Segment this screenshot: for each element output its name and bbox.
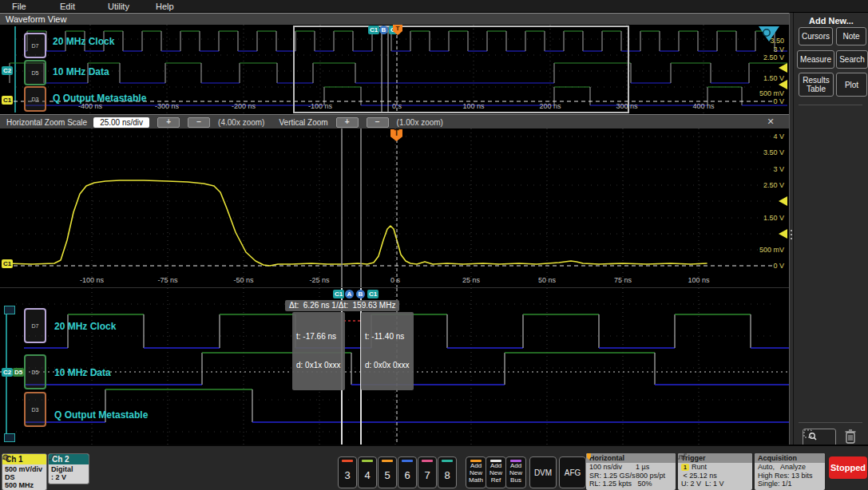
channel-8-label: 8 bbox=[444, 462, 450, 488]
h-zoom-factor: (4.00x zoom) bbox=[218, 118, 264, 127]
cursor-badge-c1-left[interactable]: C1 bbox=[333, 290, 344, 298]
overview-x-tick: 300 ns bbox=[616, 102, 637, 110]
cursor-badge-a[interactable]: A bbox=[345, 290, 354, 298]
add-new-ref-button[interactable]: Add New Ref bbox=[486, 456, 506, 488]
channel-5-button[interactable]: 5 bbox=[378, 456, 397, 488]
overview-label-clock: 20 MHz Clock bbox=[53, 36, 114, 47]
ch2-mode: Digital bbox=[51, 465, 86, 473]
overview-x-tick: -100 ns bbox=[308, 102, 332, 110]
digital-d5-badge[interactable]: D5 bbox=[13, 368, 24, 377]
channel-6-button[interactable]: 6 bbox=[398, 456, 417, 488]
c1-channel-badge[interactable]: C1 bbox=[2, 96, 13, 105]
digital-zoom-plot[interactable]: D7 D5 D3 20 MHz Clock 10 MHz Data Q Outp… bbox=[0, 287, 789, 445]
digital-group-grip-bottom[interactable] bbox=[4, 433, 15, 442]
v-zoom-minus-button[interactable]: − bbox=[367, 117, 389, 128]
add-new-bus-button[interactable]: Add New Bus bbox=[505, 456, 526, 488]
channel-4-label: 4 bbox=[364, 462, 370, 488]
cursor-b-time: t: -11.40 ns bbox=[365, 332, 410, 342]
trigger-position-icon bbox=[586, 453, 592, 460]
cursor-badge-b[interactable]: B bbox=[356, 290, 365, 298]
main-y-label: 3 V bbox=[749, 165, 784, 173]
d5-channel-badge-zoom[interactable]: D5 bbox=[24, 354, 46, 389]
channel-8-button[interactable]: 8 bbox=[438, 456, 457, 488]
afg-button[interactable]: AFG bbox=[559, 456, 586, 488]
d3-channel-badge[interactable]: D3 bbox=[24, 86, 46, 112]
channel-4-button[interactable]: 4 bbox=[358, 456, 377, 488]
d3-channel-badge-zoom[interactable]: D3 bbox=[24, 392, 46, 427]
h-zoom-scale-label: Horizontal Zoom Scale bbox=[6, 118, 87, 127]
cursor-badge-c1-right[interactable]: C1 bbox=[367, 290, 379, 298]
note-button[interactable]: Note bbox=[836, 27, 866, 45]
main-x-tick: 75 ns bbox=[614, 276, 632, 284]
cursor-a-time: t: -17.66 ns bbox=[296, 332, 341, 342]
zoom-toolbar: Horizontal Zoom Scale 25.00 ns/div + − (… bbox=[0, 114, 789, 130]
acquisition-panel[interactable]: Acquisition Auto, Analyze High Res: 13 b… bbox=[755, 453, 825, 490]
add-math-l3: Math bbox=[469, 476, 483, 484]
d5-channel-badge[interactable]: D5 bbox=[24, 60, 46, 85]
waveform-view-tab[interactable]: Waveform View bbox=[0, 13, 795, 26]
trigger-panel[interactable]: Trigger 1Runt < 25.12 ns U: 2 V L: 1 V bbox=[678, 453, 752, 490]
main-zoom-plot[interactable]: T C1 4 V3.50 V3 V2.50 V1.50 V500 mV0 V -… bbox=[0, 128, 789, 287]
runt-icon bbox=[678, 453, 687, 460]
v-zoom-plus-button[interactable]: + bbox=[336, 117, 359, 128]
overview-plot[interactable]: D7 D5 D3 20 MHz Clock 10 MHz Data Q Outp… bbox=[0, 25, 789, 114]
main-c1-channel-badge[interactable]: C1 bbox=[2, 259, 13, 268]
overview-label-data: 10 MHz Data bbox=[53, 66, 109, 77]
menu-utility[interactable]: Utility bbox=[108, 2, 144, 11]
h-zoom-plus-button[interactable]: + bbox=[157, 117, 180, 128]
main-x-tick: -75 ns bbox=[157, 276, 177, 284]
main-y-label: 4 V bbox=[749, 132, 784, 140]
acq-resolution: High Res: 13 bits bbox=[755, 472, 825, 480]
overview-cursor-c1-badge[interactable]: C1 bbox=[368, 26, 379, 34]
h-resolution: 800 ps/pt bbox=[636, 472, 665, 480]
d7-channel-badge[interactable]: D7 bbox=[24, 33, 46, 58]
cursor-b-data: d: 0x0x 0xxx bbox=[365, 361, 410, 370]
v-zoom-label: Vertical Zoom bbox=[279, 118, 327, 127]
bandwidth-icon bbox=[2, 454, 9, 460]
add-new-math-button[interactable]: Add New Math bbox=[466, 456, 486, 488]
menu-help[interactable]: Help bbox=[156, 2, 192, 11]
ch2-badge[interactable]: Ch 2 Digital : 2 V bbox=[48, 453, 89, 484]
menu-bar: File Edit Utility Help bbox=[0, 0, 868, 13]
ch1-badge[interactable]: Ch 1 500 mV/div DS 500 MHz bbox=[2, 453, 47, 490]
h-zoom-minus-button[interactable]: − bbox=[188, 117, 210, 128]
ch1-coupling: DS bbox=[5, 473, 15, 481]
c2-cursor-badge[interactable]: C2 bbox=[2, 66, 13, 75]
main-waveform bbox=[0, 128, 789, 287]
menu-file[interactable]: File bbox=[12, 2, 48, 11]
digital-group-grip-top[interactable] bbox=[4, 306, 15, 314]
horizontal-title: Horizontal bbox=[586, 453, 676, 463]
channel-7-button[interactable]: 7 bbox=[418, 456, 437, 488]
dvm-button[interactable]: DVM bbox=[529, 456, 557, 488]
channel-3-button[interactable]: 3 bbox=[338, 456, 357, 488]
h-zoom-scale-input[interactable]: 25.00 ns/div bbox=[93, 117, 149, 128]
add-bus-l1: Add bbox=[510, 462, 521, 469]
measure-button[interactable]: Measure bbox=[797, 50, 834, 69]
trigger-source-badge: 1 bbox=[681, 464, 689, 471]
d7-channel-badge-zoom[interactable]: D7 bbox=[24, 308, 46, 343]
digital-c2-badge[interactable]: C2 bbox=[2, 368, 13, 377]
cursor-a-readout: t: -17.66 ns d: 0x1x 0xxx bbox=[292, 312, 345, 390]
results-table-button[interactable]: Results Table bbox=[799, 73, 834, 97]
add-bus-l3: Bus bbox=[510, 476, 521, 484]
ch2-threshold: : 2 V bbox=[51, 473, 66, 481]
stopped-button[interactable]: Stopped bbox=[829, 456, 867, 479]
overview-y-label: 500 mV bbox=[749, 89, 784, 97]
horizontal-panel[interactable]: Horizontal 100 ns/div1 µs SR: 1.25 GS/s8… bbox=[586, 453, 676, 490]
cursors-button[interactable]: Cursors bbox=[799, 27, 833, 45]
trigger-title: Trigger bbox=[678, 453, 752, 463]
overview-x-tick: 400 ns bbox=[692, 102, 714, 110]
main-y-label: 1.50 V bbox=[749, 214, 784, 222]
delta-t-readout: Δt: 6.26 ns 1/Δt: 159.63 MHz bbox=[285, 300, 399, 311]
zoom-close-icon[interactable]: ✕ bbox=[765, 116, 776, 127]
acq-single: Single: 1/1 bbox=[755, 480, 825, 488]
search-button[interactable]: Search bbox=[836, 50, 868, 69]
plot-button[interactable]: Plot bbox=[836, 73, 867, 97]
overview-x-tick: -400 ns bbox=[78, 102, 102, 110]
menu-edit[interactable]: Edit bbox=[60, 2, 96, 11]
overview-cursor-b-badge[interactable]: B bbox=[379, 26, 388, 34]
h-sample-rate: SR: 1.25 GS/s bbox=[589, 472, 636, 480]
main-x-tick: -50 ns bbox=[233, 276, 253, 284]
add-math-l1: Add bbox=[470, 462, 482, 469]
overview-y-label: 3 V bbox=[749, 45, 784, 53]
